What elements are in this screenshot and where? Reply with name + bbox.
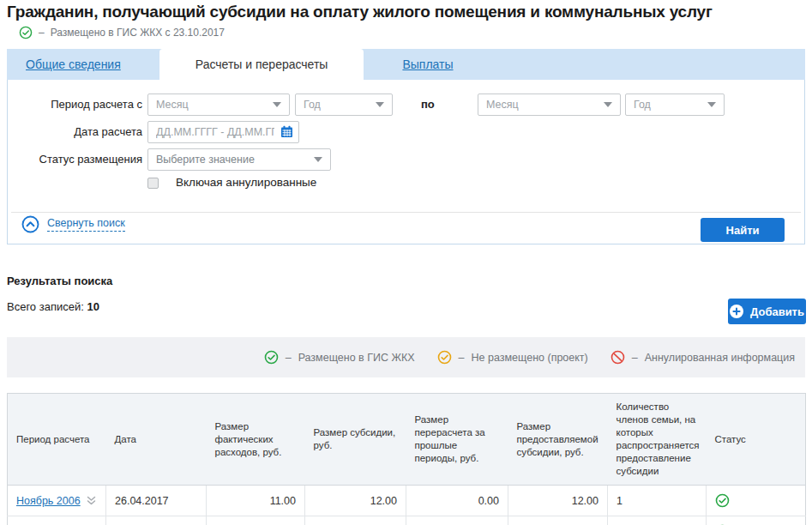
check-green-icon <box>264 350 279 365</box>
col-header-recalculation: Размер перерасчета за прошлые периоды, р… <box>406 394 508 486</box>
entity-status: – Размещено в ГИС ЖКХ с 23.10.2017 <box>19 26 225 39</box>
results-table: Период расчета Дата Размер фактических р… <box>7 393 806 525</box>
add-button[interactable]: Добавить <box>728 299 806 324</box>
actual-expenses-cell: 11.00 <box>207 486 305 516</box>
check-yellow-icon <box>437 350 452 365</box>
family-members-cell: 1 <box>608 486 707 516</box>
col-header-provided-subsidy: Размер предоставляемой субсидии, руб. <box>508 394 608 486</box>
status-text: Размещено в ГИС ЖКХ с 23.10.2017 <box>51 27 225 39</box>
col-header-status: Статус <box>707 394 806 486</box>
expand-double-chevron-icon[interactable] <box>86 495 97 506</box>
period-to-year-select[interactable]: Год <box>625 94 725 116</box>
chevron-down-icon <box>314 157 322 162</box>
date-cell: 26.04.2017 <box>106 486 207 516</box>
period-to-month-placeholder: Месяц <box>486 99 519 111</box>
total-records: Всего записей: 10 <box>7 300 99 313</box>
total-records-label: Всего записей: <box>7 300 84 313</box>
legend-dash: – <box>286 352 292 364</box>
legend-dash: – <box>632 352 638 364</box>
legend-draft: – Не размещено (проект) <box>437 350 588 365</box>
panel-divider <box>11 212 801 213</box>
search-button[interactable]: Найти <box>701 218 785 242</box>
chevron-down-icon <box>707 102 716 107</box>
status-cell <box>707 486 806 516</box>
provided-subsidy-cell: 12.00 <box>508 486 608 516</box>
col-header-period: Период расчета <box>8 394 106 486</box>
status-dash: – <box>39 27 45 39</box>
add-button-label: Добавить <box>750 305 804 318</box>
period-from-label: Период расчета с <box>8 94 142 116</box>
tab-general-info[interactable]: Общие сведения <box>26 49 121 80</box>
results-heading: Результаты поиска <box>7 275 112 287</box>
status-cell <box>707 516 806 525</box>
date-cell: 29.08.2016 <box>106 516 207 525</box>
calc-date-label: Дата расчета <box>8 121 142 143</box>
table-header-row: Период расчета Дата Размер фактических р… <box>8 394 806 486</box>
chevron-down-icon <box>376 102 384 107</box>
search-panel: Период расчета с Месяц Год по Месяц Год … <box>7 80 805 244</box>
col-header-subsidy: Размер субсидии, руб. <box>305 394 406 486</box>
check-green-icon <box>715 493 797 508</box>
period-from-year-placeholder: Год <box>304 99 321 111</box>
subsidy-cell: 12.00 <box>305 486 406 516</box>
legend-posted-label: Размещено в ГИС ЖКХ <box>298 352 415 364</box>
tab-calculations[interactable]: Расчеты и перерасчеты <box>159 49 364 80</box>
plus-circle-icon <box>730 305 743 318</box>
legend-draft-label: Не размещено (проект) <box>472 352 588 364</box>
period-to-label: по <box>421 94 435 116</box>
col-header-actual-expenses: Размер фактических расходов, руб. <box>207 394 305 486</box>
legend-posted: – Размещено в ГИС ЖКХ <box>264 350 415 365</box>
period-from-year-select[interactable]: Год <box>295 94 393 116</box>
period-from-month-select[interactable]: Месяц <box>147 94 290 116</box>
recalculation-cell: 9.80 <box>406 516 508 525</box>
collapse-search-label: Свернуть поиск <box>47 217 125 232</box>
chevron-down-icon <box>604 102 612 107</box>
page-title: Гражданин, получающий субсидии на оплату… <box>7 3 713 21</box>
period-link[interactable]: Ноябрь 2006 <box>16 495 81 507</box>
placement-status-label: Статус размещения <box>8 148 142 171</box>
calc-date-input[interactable] <box>147 121 299 143</box>
collapse-search-link[interactable]: Свернуть поиск <box>21 215 125 233</box>
recalculation-cell: 0.00 <box>406 486 508 516</box>
table-row: Ноябрь 2006 26.04.2017 11.00 12.00 0.00 … <box>8 486 806 516</box>
status-legend: – Размещено в ГИС ЖКХ – Не размещено (пр… <box>7 337 805 377</box>
placement-status-select[interactable]: Выберите значение <box>147 148 331 171</box>
col-header-family-members: Количество членов семьи, на которых расп… <box>608 394 707 486</box>
chevron-down-icon <box>273 102 281 107</box>
placement-status-placeholder: Выберите значение <box>156 154 255 166</box>
cancel-red-icon <box>611 350 625 365</box>
legend-cancelled: – Аннулированная информация <box>611 350 795 365</box>
legend-cancelled-label: Аннулированная информация <box>645 352 795 364</box>
period-to-month-select[interactable]: Месяц <box>478 94 621 116</box>
calendar-icon[interactable] <box>280 125 293 138</box>
total-records-value: 10 <box>87 300 99 313</box>
col-header-date: Дата <box>106 394 207 486</box>
collapse-chevron-up-icon <box>21 215 39 233</box>
actual-expenses-cell: -7.05 <box>207 516 305 525</box>
period-to-year-placeholder: Год <box>634 99 651 111</box>
include-cancelled-checkbox[interactable] <box>147 178 159 189</box>
tab-payments[interactable]: Выплаты <box>402 49 453 80</box>
subsidy-cell: 8.00 <box>305 516 406 525</box>
calc-date-field-wrap <box>147 121 299 143</box>
include-cancelled-label: Включая аннулированные <box>176 176 316 189</box>
legend-dash: – <box>459 352 465 364</box>
period-from-month-placeholder: Месяц <box>156 99 189 111</box>
posted-check-icon <box>19 26 33 39</box>
family-members-cell: 6 <box>608 516 707 525</box>
tab-bar: Общие сведения Расчеты и перерасчеты Вып… <box>7 49 805 80</box>
page: Гражданин, получающий субсидии на оплату… <box>0 0 812 525</box>
provided-subsidy-cell: 10.00 <box>508 516 608 525</box>
table-row: Ноябрь 2006 29.08.2016 -7.05 8.00 9.80 1… <box>8 516 806 525</box>
